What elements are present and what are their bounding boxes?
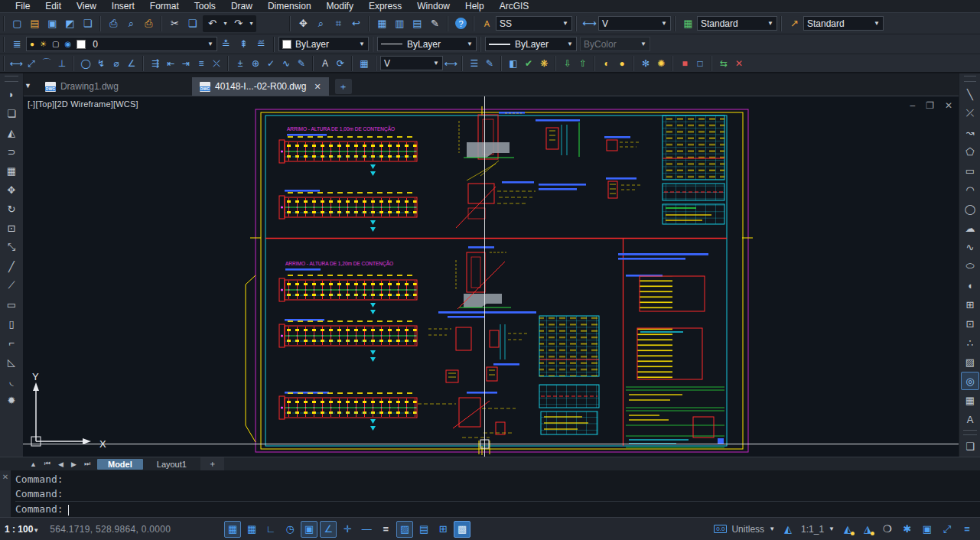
circle-button[interactable]: ◯	[961, 200, 979, 218]
zoom-realtime-button[interactable]: ⌕	[312, 15, 330, 32]
mtext-button[interactable]: A	[961, 410, 979, 428]
text-style-icon[interactable]: A	[478, 15, 496, 32]
customization-menu-button[interactable]: ≡	[959, 521, 975, 538]
dim-ordinate-button[interactable]: ⊥	[54, 55, 70, 72]
dim-style-icon[interactable]: ⟷	[581, 15, 598, 32]
minimize-icon[interactable]: –	[910, 100, 915, 111]
table-style-combo[interactable]: Standard▼	[697, 16, 777, 31]
dim-linear-button[interactable]: ⟷	[8, 55, 24, 72]
copy-tool-button[interactable]: ❏	[2, 104, 21, 122]
make-object-layer-current-button[interactable]: ≛	[217, 36, 235, 53]
table-style-icon[interactable]: ▦	[679, 15, 697, 32]
annotation-scale-value[interactable]: 1:1_1	[801, 524, 824, 535]
bring-to-front-button[interactable]: ❑	[961, 437, 979, 455]
break-button[interactable]: ▯	[2, 314, 21, 333]
tab-40148-active[interactable]: 40148-I...-02-R00.dwg ✕	[192, 77, 329, 96]
layer-isolate-button[interactable]: ⇧	[575, 55, 591, 72]
region-button[interactable]: ◎	[961, 372, 979, 390]
layer-walk-button[interactable]: ✎	[482, 55, 497, 72]
ellipse-arc-button[interactable]: ◖	[961, 276, 979, 294]
menu-arcgis[interactable]: ArcGIS	[492, 1, 537, 11]
snap-toggle[interactable]: ▦	[224, 521, 241, 538]
extend-button[interactable]: ⟋	[2, 276, 21, 294]
scale-button[interactable]: ⊡	[2, 219, 21, 237]
layer-manager-button[interactable]: ☰	[467, 55, 482, 72]
arc-button[interactable]: ◠	[961, 181, 979, 199]
rotate-button[interactable]: ↻	[2, 200, 21, 218]
dynamic-input-toggle[interactable]: ✛	[339, 521, 356, 538]
undo-dropdown[interactable]: ▾	[221, 15, 230, 32]
dim-arc-length-button[interactable]: ⌒	[39, 55, 54, 72]
lineweight-display-toggle[interactable]: ≡	[377, 521, 394, 538]
first-tab-icon[interactable]: ⏮	[41, 460, 54, 468]
dim-jogged-button[interactable]: ↯	[93, 55, 109, 72]
dim-angular-button[interactable]: ∠	[124, 55, 139, 72]
change-to-current-layer-button[interactable]: ❋	[536, 55, 552, 72]
print-preview-button[interactable]: ⌕	[122, 15, 140, 32]
layer-combo[interactable]: ● ☀ ▢ ◉ 0 ▼	[26, 37, 217, 51]
tab-drawing1[interactable]: Drawing1.dwg	[37, 77, 126, 96]
revision-cloud-button[interactable]: ☁	[961, 219, 979, 237]
tab-menu-up-icon[interactable]: ▲	[26, 460, 41, 468]
tab-close-icon[interactable]: ✕	[314, 82, 321, 92]
array-button[interactable]: ▦	[2, 161, 21, 180]
drawing-canvas[interactable]: ARRIMO - ALTURA DE 1,00m DE CONTENÇÃO AR…	[23, 96, 959, 457]
prev-tab-icon[interactable]: ◀	[54, 460, 67, 468]
publish-button[interactable]: ✎	[426, 15, 444, 32]
layer-freeze-button[interactable]: ✻	[638, 55, 653, 72]
dim-space-button[interactable]: ≡	[194, 55, 209, 72]
polygon-button[interactable]: ⬠	[961, 142, 979, 161]
explode-button[interactable]: ✹	[2, 391, 21, 409]
join-button[interactable]: ⌐	[2, 333, 21, 352]
menu-insert[interactable]: Insert	[104, 1, 142, 11]
last-tab-icon[interactable]: ⏭	[80, 460, 94, 468]
lineweight-toggle[interactable]: ―	[358, 521, 375, 538]
center-mark-button[interactable]: ⊕	[248, 55, 263, 72]
model-tab[interactable]: Model	[97, 459, 143, 470]
save-all-button[interactable]: ❏	[79, 15, 96, 32]
trim-button[interactable]: ╱	[2, 257, 21, 275]
line-button[interactable]: ╲	[961, 85, 979, 103]
close-icon[interactable]: ✕	[2, 473, 8, 481]
rectangle-button[interactable]: ▭	[961, 161, 979, 180]
menu-window[interactable]: Window	[409, 1, 457, 11]
table-button[interactable]: ▦	[961, 391, 979, 409]
layer-unlock-button[interactable]: □	[692, 55, 708, 72]
layer-lock-button[interactable]: ■	[677, 55, 692, 72]
tab-overflow-icon[interactable]: ▼	[21, 82, 37, 96]
zoom-window-button[interactable]: ⌗	[330, 15, 347, 32]
hatch-button[interactable]: ▨	[961, 353, 979, 371]
annotation-monitor-toggle[interactable]: ▩	[454, 521, 470, 538]
layer-match-current-button[interactable]: ✔	[521, 55, 536, 72]
menu-edit[interactable]: Edit	[37, 1, 69, 11]
menu-express[interactable]: Express	[361, 1, 409, 11]
otrack-toggle[interactable]: ∠	[320, 521, 337, 538]
open-button[interactable]: ▤	[26, 15, 44, 32]
new-button[interactable]: ▢	[8, 15, 26, 32]
save-button[interactable]: ▣	[44, 15, 61, 32]
command-history[interactable]: Command: Command: Command:	[11, 470, 980, 517]
construction-line-button[interactable]: ⤫	[961, 104, 979, 122]
dim-aligned-button[interactable]: ⤢	[24, 55, 39, 72]
pan-button[interactable]: ✥	[295, 15, 312, 32]
chevron-down-icon[interactable]: ▼	[829, 525, 835, 532]
dim-cell-style-button[interactable]: ▦	[357, 55, 372, 72]
menu-file[interactable]: File	[8, 1, 37, 11]
fillet-button[interactable]: ◟	[2, 372, 21, 390]
layer-on-button[interactable]: ●	[614, 55, 630, 72]
ellipse-button[interactable]: ⬭	[961, 257, 979, 275]
plot-button[interactable]: ⎙	[140, 15, 158, 32]
linetype-combo[interactable]: ByLayer▼	[377, 37, 477, 51]
redo-button[interactable]: ↷	[230, 15, 247, 32]
dim-jog-line-button[interactable]: ∿	[278, 55, 294, 72]
hardware-acceleration-button[interactable]: ▣	[919, 521, 936, 538]
insert-block-button[interactable]: ⊞	[961, 295, 979, 314]
markup-button[interactable]: ▤	[409, 15, 426, 32]
menu-modify[interactable]: Modify	[319, 1, 361, 11]
restore-icon[interactable]: ❐	[926, 100, 934, 111]
new-drawing-tab-button[interactable]: ＋	[335, 79, 352, 94]
dim-text-edit-button[interactable]: A	[317, 55, 333, 72]
stretch-button[interactable]: ⤡	[2, 238, 21, 256]
dim-break-button[interactable]: ⤬	[209, 55, 224, 72]
erase-button[interactable]: ◗	[2, 85, 21, 103]
